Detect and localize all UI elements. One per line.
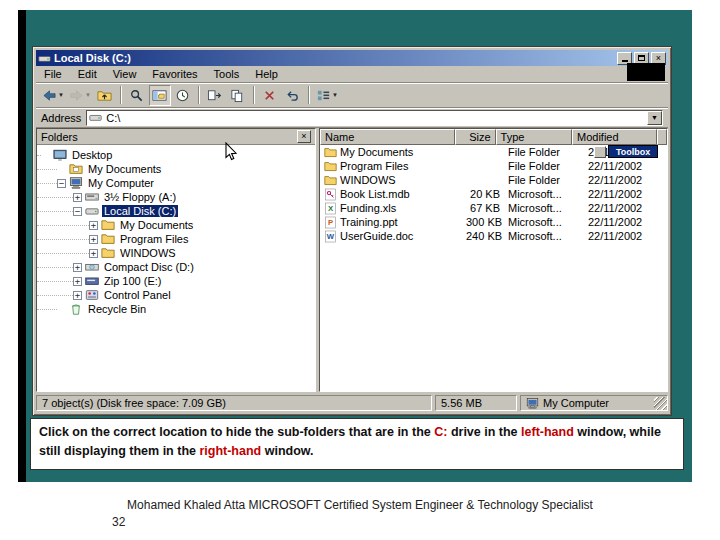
tree-item-label: Desktop [70,149,114,161]
tree-item-label: Recycle Bin [86,303,148,315]
file-type: File Folder [504,146,584,158]
expand-icon[interactable]: + [89,249,98,258]
explorer-window: Local Disk (C:) × FileEditViewFavoritesT… [32,46,672,416]
move-to-icon [207,88,222,103]
address-dropdown-button[interactable]: ▼ [647,111,662,125]
doc-icon: W [324,230,337,243]
tree-item-my-computer[interactable]: −My Computer [37,176,315,190]
tree-indent [37,253,89,254]
delete-button[interactable] [259,85,281,106]
collapse-icon[interactable]: − [73,207,82,216]
black-box-overlay [627,63,665,81]
expand-icon[interactable]: + [89,235,98,244]
window-body: Folders × DesktopMy Documents−My Compute… [36,128,668,392]
page-number: 32 [112,515,125,529]
tree-item-label: WINDOWS [118,247,178,259]
maximize-icon [638,55,645,61]
delete-icon [262,88,277,103]
address-input[interactable]: C:\ ▼ [86,110,663,126]
column-header-modified[interactable]: Modified [572,129,657,145]
tree-item-recycle-bin[interactable]: Recycle Bin [37,302,315,316]
file-type: File Folder [504,160,584,172]
file-size: 20 KB [462,188,504,200]
tree-item-windows[interactable]: +WINDOWS [37,246,315,260]
folders-close-button[interactable]: × [297,130,311,143]
expand-icon[interactable]: + [73,291,82,300]
tree-item-label: My Documents [118,219,195,231]
minimize-icon [622,60,628,62]
tree-item-label: Compact Disc (D:) [102,261,196,273]
views-button[interactable]: ▼ [314,85,340,106]
copy-to-button[interactable] [227,85,249,106]
file-row-program-files[interactable]: Program FilesFile Folder22/11/2002 [320,159,667,173]
disk-icon [38,52,51,65]
undo-button[interactable] [282,85,304,106]
file-name-label: UserGuide.doc [340,230,413,242]
history-button[interactable] [172,85,194,106]
tree-item-local-disk-c[interactable]: −Local Disk (C:) [37,204,315,218]
resize-grip[interactable] [654,397,667,410]
chevron-down-icon: ▼ [85,92,91,98]
column-header-size[interactable]: Size [455,129,495,145]
back-icon [42,88,57,103]
folder-icon [101,218,115,232]
file-row-book-list-mdb[interactable]: Book List.mdb20 KBMicrosoft...22/11/2002 [320,187,667,201]
tree-item-my-documents[interactable]: My Documents [37,162,315,176]
footer-credit: Mohamed Khaled Atta MICROSOFT Certified … [0,498,720,512]
toolbar: ▼▼▼ [36,83,668,108]
tree-item-control-panel[interactable]: +Control Panel [37,288,315,302]
file-name: Program Files [320,160,462,173]
folder-icon [324,146,337,159]
views-icon [316,88,331,103]
instruction-segment: Click on the correct location to hide th… [39,425,434,439]
search-button[interactable] [126,85,148,106]
file-size: 300 KB [462,216,504,228]
expand-icon[interactable]: + [73,263,82,272]
toolbox-float[interactable]: Toolbox [594,145,658,158]
forward-icon [69,88,84,103]
window-title: Local Disk (C:) [54,52,131,64]
folders-button[interactable] [149,85,171,106]
file-row-windows[interactable]: WINDOWSFile Folder22/11/2002 [320,173,667,187]
tree-item-compact-disc-d[interactable]: +Compact Disc (D:) [37,260,315,274]
file-row-userguide-doc[interactable]: WUserGuide.doc240 KBMicrosoft...22/11/20… [320,229,667,243]
menu-file[interactable]: File [44,68,62,80]
up-icon [97,88,112,103]
expand-icon[interactable]: + [73,193,82,202]
tree-indent [37,309,57,310]
file-name-label: My Documents [340,146,413,158]
tree-item-desktop[interactable]: Desktop [37,148,315,162]
title-bar[interactable]: Local Disk (C:) × [36,50,668,66]
tree-item-program-files[interactable]: +Program Files [37,232,315,246]
menu-tools[interactable]: Tools [214,68,240,80]
move-to-button[interactable] [204,85,226,106]
tree-indent [37,197,73,198]
file-name: XFunding.xls [320,202,462,215]
file-row-training-ppt[interactable]: PTraining.ppt300 KBMicrosoft...22/11/200… [320,215,667,229]
menu-view[interactable]: View [113,68,137,80]
disk-icon [85,204,99,218]
forward-button[interactable]: ▼ [67,85,93,106]
menu-edit[interactable]: Edit [78,68,97,80]
address-label: Address [41,112,81,124]
tree-item-zip-100-e[interactable]: +Zip 100 (E:) [37,274,315,288]
expand-icon[interactable]: + [89,221,98,230]
folders-icon [152,88,167,103]
tree-indent [37,155,41,156]
menu-favorites[interactable]: Favorites [152,68,197,80]
file-type: Microsoft... [504,188,584,200]
tree-indent [37,169,57,170]
instruction-text: Click on the correct location to hide th… [39,423,675,462]
column-header-name[interactable]: Name [320,129,455,145]
back-button[interactable]: ▼ [40,85,66,106]
page: Local Disk (C:) × FileEditViewFavoritesT… [0,0,720,540]
collapse-icon[interactable]: − [57,179,66,188]
folder-tree: DesktopMy Documents−My Computer+3½ Flopp… [37,145,315,391]
tree-item-3-floppy-a[interactable]: +3½ Floppy (A:) [37,190,315,204]
column-header-type[interactable]: Type [496,129,572,145]
expand-icon[interactable]: + [73,277,82,286]
menu-help[interactable]: Help [255,68,278,80]
up-button[interactable] [94,85,116,106]
file-row-funding-xls[interactable]: XFunding.xls67 KBMicrosoft...22/11/2002 [320,201,667,215]
tree-item-my-documents[interactable]: +My Documents [37,218,315,232]
